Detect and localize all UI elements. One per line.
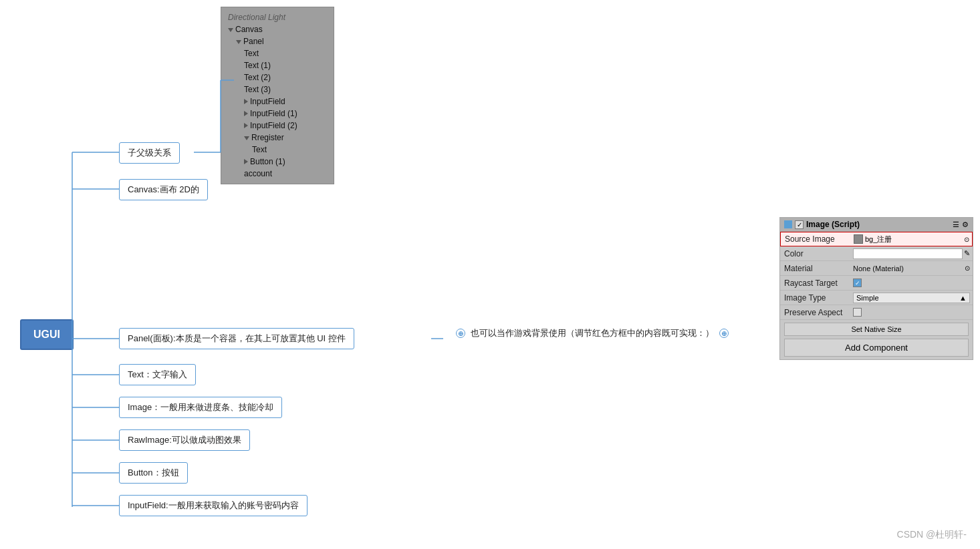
image-type-row: Image Type Simple ▲ (780, 291, 973, 305)
hierarchy-row-inputfield2[interactable]: InputField (2) (228, 120, 327, 132)
node-rawimage: RawImage:可以做成动图效果 (119, 429, 250, 451)
color-edit-icon[interactable]: ✎ (964, 249, 970, 258)
color-label: Color (780, 247, 850, 260)
hierarchy-row-inputfield1[interactable]: InputField (1) (228, 108, 327, 120)
inspector-enabled-check[interactable]: ✓ (795, 220, 804, 229)
preserve-checkbox[interactable] (853, 308, 862, 317)
inspector-title: Image (Script) (806, 220, 860, 229)
inspector-gear-icon[interactable]: ⚙ (962, 220, 969, 229)
preserve-label: Preserve Aspect (780, 306, 850, 319)
color-field[interactable] (853, 248, 963, 259)
source-image-select-icon[interactable]: ⊙ (964, 236, 969, 243)
node-inputfield: InputField:一般用来获取输入的账号密码内容 (119, 495, 308, 516)
root-node: UGUI (20, 319, 74, 350)
image-type-label: Image Type (780, 291, 850, 305)
inspector-panel: ✓ Image (Script) ☰ ⚙ Source Image bg_注册 … (779, 217, 973, 360)
watermark: CSDN @杜明轩- (897, 529, 967, 541)
connector-circle-right: ⊕ (719, 329, 729, 338)
inspector-icon (784, 220, 792, 228)
color-value-area[interactable]: ✎ (850, 247, 973, 260)
hierarchy-row-canvas[interactable]: Canvas (228, 23, 327, 35)
node-text: Text：文字输入 (119, 364, 196, 385)
node-canvas: Canvas:画布 2D的 (119, 179, 208, 200)
hierarchy-row-button1[interactable]: Button (1) (228, 156, 327, 168)
source-image-row: Source Image bg_注册 ⊙ (780, 232, 973, 246)
preserve-value-area (850, 307, 973, 318)
raycast-value-area: ✓ (850, 277, 973, 289)
source-image-value-area: bg_注册 ⊙ (851, 233, 972, 246)
image-type-dropdown[interactable]: Simple ▲ (853, 293, 970, 303)
hierarchy-row-account[interactable]: account (228, 168, 327, 180)
annotation-text: 也可以当作游戏背景使用（调节红色方框中的内容既可实现：） (471, 327, 714, 339)
material-value: None (Material) (853, 264, 904, 272)
hierarchy-panel: Directional Light Canvas Panel Text Text… (221, 7, 334, 184)
node-ziful: 子父级关系 (119, 142, 180, 164)
material-row: Material None (Material) ⊙ (780, 261, 973, 276)
preserve-row: Preserve Aspect (780, 305, 973, 320)
inspector-menu-icon[interactable]: ☰ (953, 220, 959, 229)
hierarchy-row-text3[interactable]: Text (3) (228, 83, 327, 96)
raycast-checkbox[interactable]: ✓ (853, 279, 862, 287)
inspector-header: ✓ Image (Script) ☰ ⚙ (780, 218, 973, 232)
dropdown-arrow: ▲ (959, 294, 967, 302)
image-type-value-area: Simple ▲ (850, 291, 973, 305)
hierarchy-row-panel[interactable]: Panel (228, 35, 327, 47)
raycast-row: Raycast Target ✓ (780, 276, 973, 291)
add-component-button[interactable]: Add Component (784, 339, 969, 357)
hierarchy-row-text-sub[interactable]: Text (228, 144, 327, 156)
source-image-label: Source Image (781, 232, 851, 246)
color-row: Color ✎ (780, 246, 973, 261)
hierarchy-row-inputfield[interactable]: InputField (228, 96, 327, 108)
hierarchy-row-rregister[interactable]: Rregister (228, 132, 327, 144)
node-panel: Panel(面板):本质是一个容器，在其上可放置其他 UI 控件 (119, 328, 354, 349)
annotation-container: ⊕ 也可以当作游戏背景使用（调节红色方框中的内容既可实现：） ⊕ (455, 327, 730, 339)
hierarchy-row: Directional Light (228, 11, 327, 23)
node-button: Button：按钮 (119, 462, 188, 484)
material-value-area: None (Material) ⊙ (850, 263, 973, 274)
material-select-icon[interactable]: ⊙ (965, 264, 970, 272)
hierarchy-row-text[interactable]: Text (228, 47, 327, 59)
raycast-label: Raycast Target (780, 277, 850, 290)
set-native-size-button[interactable]: Set Native Size (784, 323, 969, 336)
source-image-thumb (854, 234, 863, 244)
hierarchy-row-text2[interactable]: Text (2) (228, 71, 327, 83)
node-image: Image：一般用来做进度条、技能冷却 (119, 397, 282, 418)
hierarchy-row-text1[interactable]: Text (1) (228, 59, 327, 71)
source-image-value[interactable]: bg_注册 (865, 234, 963, 244)
material-label: Material (780, 262, 850, 275)
connector-circle-left: ⊕ (456, 329, 465, 338)
